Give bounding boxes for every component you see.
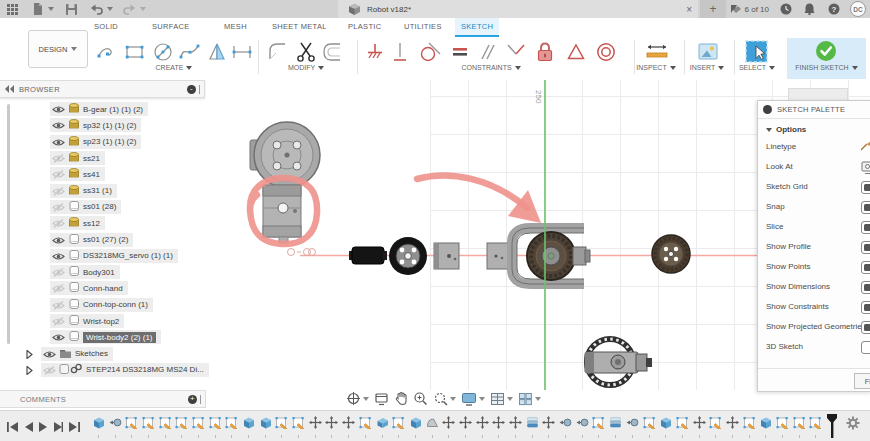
comments-bar[interactable]: COMMENTS +	[0, 390, 206, 408]
visibility-eye-icon[interactable]	[52, 231, 65, 249]
visibility-eye-icon[interactable]	[52, 312, 65, 330]
constraints-group-label[interactable]: CONSTRAINTS	[362, 64, 620, 71]
workspace-design-dropdown[interactable]: DESIGN	[28, 30, 88, 68]
lock-constraint-icon[interactable]	[532, 39, 558, 65]
tab-sheet-metal[interactable]: SHEET METAL	[266, 18, 333, 35]
visibility-eye-icon[interactable]	[52, 133, 65, 151]
browser-options-icon[interactable]: -	[187, 85, 196, 94]
visibility-eye-icon[interactable]	[52, 279, 65, 297]
part-servo-black-body[interactable]	[349, 247, 387, 264]
concentric-constraint-icon[interactable]	[593, 39, 619, 65]
tangent-constraint-icon[interactable]	[418, 39, 444, 65]
timeline-feature-move[interactable]	[324, 415, 341, 438]
file-new-icon[interactable]	[30, 2, 45, 17]
browser-item-b-gear[interactable]: B-gear (1) (1) (2)	[0, 101, 205, 117]
user-avatar[interactable]: DC	[850, 1, 866, 17]
timeline-feature-sketch[interactable]	[207, 415, 224, 438]
palette-finish-button[interactable]: Fin	[854, 373, 870, 389]
visibility-eye-icon[interactable]	[52, 149, 65, 167]
fillet-tool-icon[interactable]	[265, 39, 291, 65]
tab-surface[interactable]: SURFACE	[146, 18, 196, 35]
timeline-feature-box[interactable]	[240, 415, 257, 438]
grid-settings-icon[interactable]	[490, 392, 513, 406]
timeline-feature-box[interactable]	[407, 415, 424, 438]
app-grid-icon[interactable]	[5, 2, 20, 17]
browser-item-ss21[interactable]: ss21	[0, 150, 205, 166]
timeline-feature-sketch[interactable]	[741, 415, 758, 438]
timeline-feature-sketch[interactable]	[591, 415, 608, 438]
vertical-horizontal-constraint-icon[interactable]	[390, 39, 416, 65]
file-menu-caret-icon[interactable]	[48, 7, 54, 11]
select-tool-icon[interactable]	[744, 39, 770, 65]
browser-item-ds3218mg_servo[interactable]: DS3218MG_servo (1) (1)	[0, 248, 205, 264]
timeline-feature-move[interactable]	[440, 415, 457, 438]
timeline-feature-pin[interactable]	[107, 415, 124, 438]
browser-header[interactable]: BROWSER -	[0, 80, 205, 98]
browser-item-ss31[interactable]: ss31 (1)	[0, 182, 205, 198]
tab-utilities[interactable]: UTILITIES	[398, 18, 448, 35]
mirror-tool-icon[interactable]	[204, 39, 230, 65]
fix-constraint-icon[interactable]	[362, 39, 388, 65]
dimension-tool-icon[interactable]	[229, 39, 255, 65]
timeline-feature-move[interactable]	[724, 415, 741, 438]
timeline-feature-box[interactable]	[758, 415, 775, 438]
add-tab-button[interactable]: +	[700, 0, 726, 18]
timeline-feature-sketch[interactable]	[357, 415, 374, 438]
visibility-eye-icon[interactable]	[52, 214, 65, 232]
undo-caret-icon[interactable]	[107, 7, 113, 11]
insert-canvas-icon[interactable]	[695, 39, 721, 65]
pan-icon[interactable]	[394, 391, 408, 406]
timeline-feature-sketch[interactable]	[190, 415, 207, 438]
timeline-feature-move[interactable]	[307, 415, 324, 438]
parallel-constraint-icon[interactable]	[475, 39, 501, 65]
timeline-feature-sketch[interactable]	[774, 415, 791, 438]
timeline-feature-extrude[interactable]	[374, 415, 391, 438]
part-black-disc[interactable]	[389, 237, 427, 275]
trim-scissors-icon[interactable]	[293, 39, 319, 65]
visibility-eye-icon[interactable]	[52, 263, 65, 281]
perpendicular-constraint-icon[interactable]	[503, 39, 529, 65]
panel-resize-handle[interactable]	[199, 85, 200, 94]
timeline-feature-box[interactable]	[90, 415, 107, 438]
browser-item-sketches[interactable]: Sketches	[0, 345, 205, 361]
timeline-feature-move[interactable]	[541, 415, 558, 438]
browser-item-ss01[interactable]: ss01 (28)	[0, 199, 205, 215]
help-icon[interactable]: ?	[826, 2, 841, 17]
timeline-feature-sketch[interactable]	[157, 415, 174, 438]
browser-item-sp23[interactable]: sp23 (1) (1) (2)	[0, 134, 205, 150]
playback-step-back-button[interactable]	[24, 418, 33, 436]
circle-tool-icon[interactable]	[150, 39, 176, 65]
orbit-icon[interactable]	[346, 391, 369, 406]
timeline-feature-move[interactable]	[474, 415, 491, 438]
timeline-feature-move[interactable]	[457, 415, 474, 438]
measure-tool-icon[interactable]	[644, 39, 670, 65]
browser-item-wrist-body2[interactable]: Wrist-body2 (2) (1)	[0, 329, 205, 345]
timeline-feature-sketch[interactable]	[390, 415, 407, 438]
redo-icon[interactable]	[122, 2, 137, 17]
visibility-eye-icon[interactable]	[52, 116, 65, 134]
visibility-eye-icon[interactable]	[52, 198, 65, 216]
timeline-feature-sketch[interactable]	[674, 415, 691, 438]
offset-tool-icon[interactable]	[320, 39, 346, 65]
visibility-eye-icon[interactable]	[43, 361, 56, 379]
viewports-icon[interactable]	[518, 392, 541, 406]
visibility-eye-icon[interactable]	[52, 165, 65, 183]
visibility-eye-icon[interactable]	[52, 296, 65, 314]
rectangle-tool-icon[interactable]	[122, 39, 148, 65]
timeline-feature-box[interactable]	[657, 415, 674, 438]
visibility-eye-icon[interactable]	[52, 182, 65, 200]
browser-item-step214[interactable]: STEP214 DS3218MG MS24 Di...	[0, 362, 205, 378]
timeline-feature-move[interactable]	[340, 415, 357, 438]
document-tab[interactable]: Robot v182* ×	[338, 0, 698, 18]
redo-caret-icon[interactable]	[140, 7, 146, 11]
display-settings-icon[interactable]	[461, 392, 485, 406]
timeline-feature-move[interactable]	[507, 415, 524, 438]
browser-item-ss01[interactable]: ss01 (27) (2)	[0, 231, 205, 247]
browser-item-sp32[interactable]: sp32 (1) (1) (2)	[0, 117, 205, 133]
sketch-palette-header[interactable]: SKETCH PALETTE	[758, 101, 870, 119]
part-coupler-left[interactable]	[434, 243, 459, 269]
visibility-eye-icon[interactable]	[52, 247, 65, 265]
browser-item-conn-top-conn[interactable]: Conn-top-conn (1)	[0, 297, 205, 313]
playback-play-button[interactable]	[39, 418, 48, 436]
timeline-playhead[interactable]	[826, 413, 838, 439]
